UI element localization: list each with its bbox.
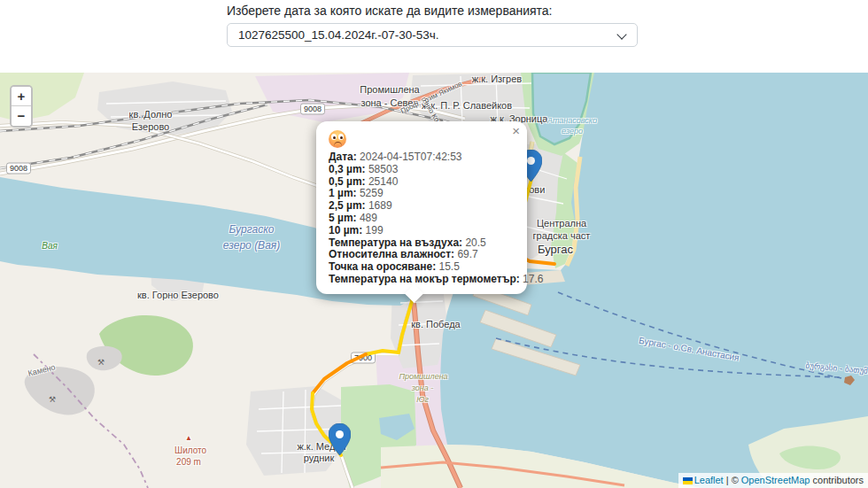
map-label: градска част — [533, 230, 591, 241]
page-header: Изберете дата за която искате да видите … — [0, 0, 868, 73]
map-canvas[interactable]: ⚒ ⚒ кв. Долно Езерово Промишлена зона - … — [0, 73, 868, 488]
map-label: Езерово — [132, 121, 169, 132]
map-label: Шилото — [174, 445, 206, 455]
popup-row: Температура на въздуха: 20.5 — [329, 237, 516, 250]
map-label: езеро — [562, 127, 583, 136]
zoom-control: + − — [10, 85, 33, 128]
map-marker-south[interactable] — [329, 423, 351, 455]
measurement-popup: × Дата: 2024-04-15T07:42:530,3 µm: 58503… — [316, 121, 527, 294]
road-ref-badge: 9008 — [6, 163, 31, 174]
map-label: зона - — [412, 383, 434, 392]
map-label: Бургаско — [229, 223, 274, 236]
date-select[interactable]: 1027625500_15.04.2024г.-07-30-53ч. — [227, 23, 638, 47]
popup-row: 0,5 µm: 25140 — [329, 176, 516, 189]
zoom-out-button[interactable]: − — [12, 106, 31, 126]
popup-close-button[interactable]: × — [512, 124, 520, 137]
leaflet-link[interactable]: Leaflet — [694, 475, 724, 485]
map-label: Централна — [537, 218, 586, 229]
popup-row: 5 µm: 489 — [329, 213, 516, 225]
date-select-label: Изберете дата за която искате да видите … — [227, 4, 553, 18]
map-label: Бургас — [538, 243, 573, 256]
ukraine-flag-icon — [683, 477, 693, 484]
popup-row: Точка на оросяване: 15.5 — [329, 261, 516, 274]
map-label: кв. Победа — [411, 319, 460, 329]
map-label: Промишлена — [399, 372, 447, 381]
map-label: Юг — [416, 395, 429, 404]
map-label: кв. Долно — [129, 109, 173, 120]
map-label: езеро (Вая) — [223, 239, 280, 252]
popup-row: 0,3 µm: 58503 — [329, 164, 516, 176]
attribution-contributors: contributors — [810, 475, 864, 485]
map-label: ж.к. Изгрев — [472, 74, 522, 84]
map-label: Промишлена — [360, 84, 419, 95]
attribution-separator: | © — [724, 475, 741, 485]
road-ref-badge: 7900 — [351, 352, 376, 364]
popup-row: 10 µm: 199 — [329, 225, 516, 237]
popup-row: 2,5 µm: 1689 — [329, 200, 516, 213]
road-ref-badge: 9008 — [300, 104, 325, 115]
chevron-down-icon — [616, 29, 626, 39]
zoom-in-button[interactable]: + — [12, 87, 31, 106]
map-attribution: Leaflet | © OpenStreetMap contributors — [678, 473, 868, 488]
peak-icon: ▲ — [185, 434, 192, 442]
worried-emoji-icon — [329, 130, 346, 148]
popup-row: Относителна влажност: 69.7 — [329, 249, 516, 261]
date-select-value: 1027625500_15.04.2024г.-07-30-53ч. — [238, 28, 439, 42]
popup-rows: Дата: 2024-04-15T07:42:530,3 µm: 585030,… — [329, 151, 516, 286]
osm-link[interactable]: OpenStreetMap — [741, 475, 810, 485]
quarry-icon: ⚒ — [49, 395, 56, 404]
map-label: 209 m — [176, 457, 201, 467]
quarry-icon: ⚒ — [97, 358, 105, 367]
popup-row: 1 µm: 5259 — [329, 188, 516, 200]
map-label: Атанасовско — [547, 116, 597, 125]
popup-row: Дата: 2024-04-15T07:42:53 — [329, 151, 516, 164]
map-label: кв. Горно Езерово — [137, 290, 219, 300]
popup-row: Температура на мокър термометър: 17.6 — [329, 274, 516, 286]
map-label: Вая — [42, 241, 58, 251]
